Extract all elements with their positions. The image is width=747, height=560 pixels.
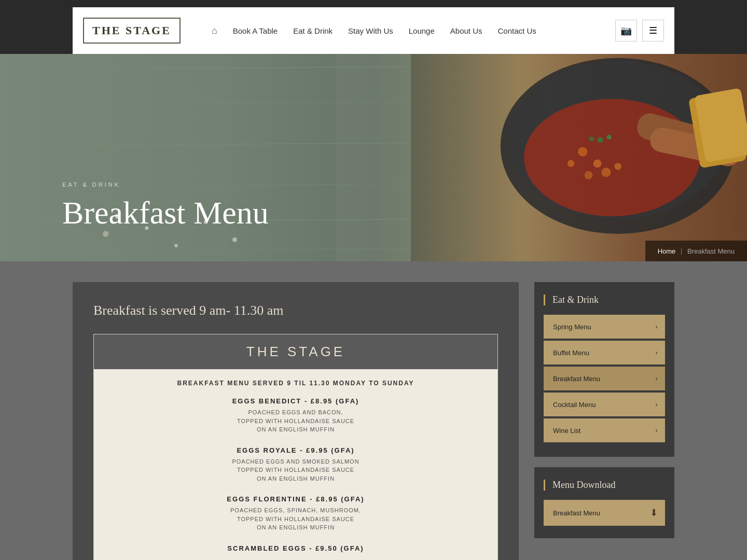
logo[interactable]: THE STAGE — [83, 18, 181, 44]
main-nav: ⌂ Book A Table Eat & Drink Stay With Us … — [212, 25, 536, 36]
menu-item-scrambled-eggs: SCRAMBLED EGGS - £9.50 (GFA) — [109, 544, 482, 552]
sidebar-wine-list-arrow: › — [655, 426, 658, 435]
menu-item-eggs-royale: EGGS ROYALE - £9.95 (GFA) POACHED EGGS A… — [109, 446, 482, 483]
logo-text: THE STAGE — [92, 24, 171, 37]
camera-icon: 📷 — [620, 25, 632, 36]
banner: EAT & DRINK Breakfast Menu Home | Breakf… — [0, 54, 747, 261]
svg-point-28 — [232, 237, 237, 242]
svg-rect-17 — [0, 54, 411, 261]
sidebar-breakfast-download[interactable]: Breakfast Menu ⬇ — [544, 500, 665, 526]
menu-card-header: THE STAGE — [94, 334, 497, 369]
download-icon: ⬇ — [650, 507, 658, 519]
sidebar-cocktail-menu-arrow: › — [655, 400, 658, 409]
menu-card-title: THE STAGE — [103, 344, 488, 360]
sidebar-cocktail-menu[interactable]: Cocktail Menu › — [544, 393, 665, 416]
content-card: Breakfast is served 9 am- 11.30 am THE S… — [73, 282, 519, 560]
eat-drink-sidebar-card: Eat & Drink Spring Menu › Buffet Menu › … — [534, 282, 674, 457]
menu-item-name-2: EGGS FLORENTINE - £8.95 (GFA) — [109, 495, 482, 503]
sidebar-spring-menu[interactable]: Spring Menu › — [544, 315, 665, 339]
banner-content: EAT & DRINK Breakfast Menu — [62, 181, 269, 230]
sidebar-buffet-menu-label: Buffet Menu — [553, 349, 589, 357]
camera-button[interactable]: 📷 — [615, 20, 637, 41]
menu-item-desc-0: POACHED EGGS AND BACON, TOPPED WITH HOLL… — [109, 408, 482, 434]
menu-download-sidebar-card: Menu Download Breakfast Menu ⬇ — [534, 467, 674, 538]
menu-item-name-0: EGGS BENEDICT - £8.95 (GFA) — [109, 397, 482, 405]
menu-card-body: BREAKFAST MENU SERVED 9 TIL 11.30 MONDAY… — [94, 369, 497, 560]
nav-eat-and-drink[interactable]: Eat & Drink — [293, 26, 333, 35]
menu-item-eggs-florentine: EGGS FLORENTINE - £8.95 (GFA) POACHED EG… — [109, 495, 482, 532]
main-content: Breakfast is served 9 am- 11.30 am THE S… — [73, 282, 674, 560]
menu-subtitle: BREAKFAST MENU SERVED 9 TIL 11.30 MONDAY… — [109, 380, 482, 387]
sidebar-wine-list[interactable]: Wine List › — [544, 418, 665, 442]
sidebar-buffet-menu[interactable]: Buffet Menu › — [544, 341, 665, 365]
menu-item-name-1: EGGS ROYALE - £9.95 (GFA) — [109, 446, 482, 454]
sidebar-cocktail-menu-label: Cocktail Menu — [553, 401, 596, 409]
banner-title: Breakfast Menu — [62, 195, 269, 230]
menu-card: THE STAGE BREAKFAST MENU SERVED 9 TIL 11… — [93, 334, 498, 560]
content-left: Breakfast is served 9 am- 11.30 am THE S… — [73, 282, 519, 560]
header-icons: 📷 ☰ — [615, 20, 664, 41]
menu-item-eggs-benedict: EGGS BENEDICT - £8.95 (GFA) POACHED EGGS… — [109, 397, 482, 434]
nav-about-us[interactable]: About Us — [450, 26, 482, 35]
breadcrumb-bar: Home | Breakfast Menu — [645, 241, 747, 261]
nav-contact-us[interactable]: Contact Us — [498, 26, 536, 35]
sidebar-breakfast-download-label: Breakfast Menu — [553, 509, 600, 517]
svg-point-26 — [103, 231, 108, 236]
nav-stay-with-us[interactable]: Stay With Us — [348, 26, 393, 35]
menu-item-desc-1: POACHED EGGS AND SMOKED SALMON TOPPED WI… — [109, 457, 482, 483]
sidebar-spring-menu-arrow: › — [655, 322, 658, 331]
menu-button[interactable]: ☰ — [642, 20, 664, 41]
header-wrapper: THE STAGE ⌂ Book A Table Eat & Drink Sta… — [0, 7, 747, 54]
served-text: Breakfast is served 9 am- 11.30 am — [93, 303, 498, 318]
breadcrumb-home-link[interactable]: Home — [658, 247, 676, 255]
breadcrumb-current-page: Breakfast Menu — [687, 247, 735, 255]
nav-lounge[interactable]: Lounge — [409, 26, 435, 35]
eat-drink-sidebar-title: Eat & Drink — [544, 295, 665, 305]
sidebar-breakfast-menu-label: Breakfast Menu — [553, 375, 600, 383]
hamburger-icon: ☰ — [649, 25, 657, 36]
menu-item-desc-2: POACHED EGGS, SPINACH, MUSHROOM, TOPPED … — [109, 506, 482, 532]
menu-download-sidebar-title: Menu Download — [544, 480, 665, 491]
main-wrapper: Breakfast is served 9 am- 11.30 am THE S… — [0, 261, 747, 560]
svg-point-29 — [174, 244, 178, 247]
sidebar-breakfast-menu-arrow: › — [655, 374, 658, 383]
banner-subtitle: EAT & DRINK — [62, 181, 269, 188]
sidebar-buffet-menu-arrow: › — [655, 348, 658, 357]
home-icon[interactable]: ⌂ — [212, 25, 217, 36]
menu-item-name-3: SCRAMBLED EGGS - £9.50 (GFA) — [109, 544, 482, 552]
banner-wood-svg — [0, 54, 411, 261]
sidebar-wine-list-label: Wine List — [553, 427, 580, 435]
sidebar: Eat & Drink Spring Menu › Buffet Menu › … — [534, 282, 674, 560]
sidebar-breakfast-menu[interactable]: Breakfast Menu › — [544, 367, 665, 390]
logo-box: THE STAGE — [83, 18, 181, 44]
sidebar-spring-menu-label: Spring Menu — [553, 323, 591, 331]
top-bar — [0, 0, 747, 7]
nav-book-a-table[interactable]: Book A Table — [233, 26, 278, 35]
breadcrumb-separator: | — [681, 247, 682, 255]
header: THE STAGE ⌂ Book A Table Eat & Drink Sta… — [73, 7, 674, 54]
